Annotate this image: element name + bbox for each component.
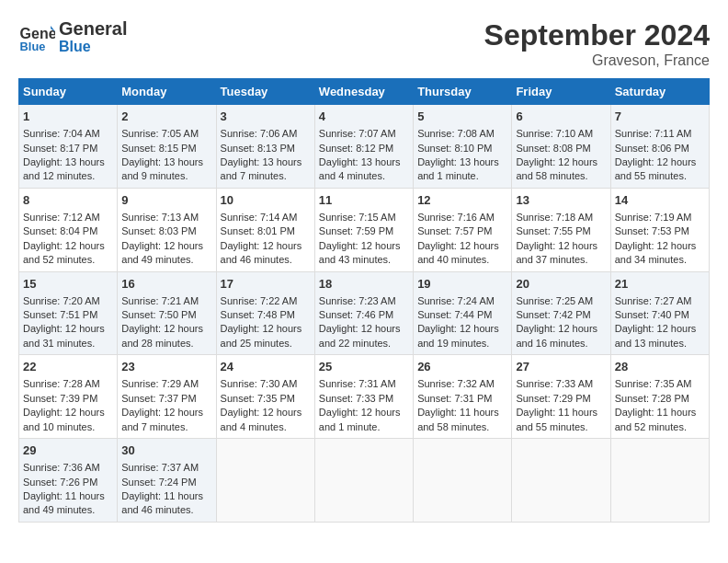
- sunset: Sunset: 8:03 PM: [121, 225, 196, 236]
- sunrise: Sunrise: 7:29 AM: [121, 378, 199, 389]
- day-number: 20: [516, 276, 606, 293]
- calendar-cell: 25Sunrise: 7:31 AMSunset: 7:33 PMDayligh…: [314, 355, 413, 439]
- day-number: 14: [615, 192, 705, 209]
- day-number: 12: [417, 192, 507, 209]
- sunset: Sunset: 8:06 PM: [615, 143, 689, 154]
- calendar-cell: 19Sunrise: 7:24 AMSunset: 7:44 PMDayligh…: [414, 271, 512, 355]
- sunset: Sunset: 7:51 PM: [23, 309, 97, 320]
- daylight: Daylight: 12 hours and 43 minutes.: [319, 240, 401, 265]
- sunrise: Sunrise: 7:10 AM: [516, 128, 593, 139]
- day-number: 19: [417, 276, 507, 293]
- day-number: 13: [516, 192, 606, 209]
- calendar-cell: 18Sunrise: 7:23 AMSunset: 7:46 PMDayligh…: [314, 271, 413, 355]
- day-number: 30: [121, 442, 211, 459]
- daylight: Daylight: 12 hours and 16 minutes.: [516, 323, 597, 348]
- calendar-cell: 24Sunrise: 7:30 AMSunset: 7:35 PMDayligh…: [216, 355, 314, 439]
- calendar-cell: 16Sunrise: 7:21 AMSunset: 7:50 PMDayligh…: [118, 271, 216, 355]
- sunrise: Sunrise: 7:19 AM: [615, 212, 692, 223]
- calendar-cell: 22Sunrise: 7:28 AMSunset: 7:39 PMDayligh…: [19, 355, 118, 439]
- daylight: Daylight: 12 hours and 34 minutes.: [615, 240, 697, 265]
- calendar-cell: 29Sunrise: 7:36 AMSunset: 7:26 PMDayligh…: [19, 439, 118, 523]
- daylight: Daylight: 13 hours and 7 minutes.: [221, 156, 302, 181]
- day-number: 2: [121, 109, 211, 125]
- sunrise: Sunrise: 7:30 AM: [221, 378, 298, 389]
- calendar-cell: 5Sunrise: 7:08 AMSunset: 8:10 PMDaylight…: [414, 105, 512, 189]
- sunrise: Sunrise: 7:11 AM: [615, 128, 692, 139]
- day-number: 23: [121, 359, 211, 375]
- sunset: Sunset: 8:17 PM: [23, 143, 97, 154]
- title-block: September 2024 Graveson, France: [484, 18, 710, 69]
- day-number: 29: [23, 442, 113, 459]
- daylight: Daylight: 12 hours and 7 minutes.: [121, 407, 203, 431]
- sunrise: Sunrise: 7:07 AM: [319, 128, 396, 139]
- header-wednesday: Wednesday: [314, 79, 413, 105]
- day-number: 28: [615, 359, 705, 375]
- calendar-cell: 3Sunrise: 7:06 AMSunset: 8:13 PMDaylight…: [216, 105, 314, 189]
- calendar-cell: 27Sunrise: 7:33 AMSunset: 7:29 PMDayligh…: [512, 355, 610, 439]
- sunset: Sunset: 7:46 PM: [319, 309, 393, 320]
- calendar-cell: [414, 439, 512, 523]
- calendar-cell: 23Sunrise: 7:29 AMSunset: 7:37 PMDayligh…: [118, 355, 216, 439]
- header-friday: Friday: [512, 79, 610, 105]
- sunrise: Sunrise: 7:25 AM: [516, 295, 593, 306]
- sunset: Sunset: 7:31 PM: [417, 393, 492, 404]
- day-number: 11: [319, 192, 409, 209]
- week-row-3: 22Sunrise: 7:28 AMSunset: 7:39 PMDayligh…: [19, 355, 710, 439]
- daylight: Daylight: 13 hours and 9 minutes.: [121, 156, 203, 181]
- sunrise: Sunrise: 7:36 AM: [23, 462, 100, 473]
- day-number: 24: [221, 359, 311, 375]
- sunrise: Sunrise: 7:20 AM: [23, 295, 100, 306]
- header-saturday: Saturday: [610, 79, 709, 105]
- daylight: Daylight: 11 hours and 52 minutes.: [615, 407, 697, 431]
- day-number: 18: [319, 276, 409, 293]
- sunset: Sunset: 7:57 PM: [417, 225, 492, 236]
- header-monday: Monday: [118, 79, 216, 105]
- daylight: Daylight: 12 hours and 25 minutes.: [221, 323, 302, 348]
- daylight: Daylight: 12 hours and 31 minutes.: [23, 323, 105, 348]
- day-number: 4: [319, 109, 409, 125]
- daylight: Daylight: 12 hours and 55 minutes.: [615, 156, 697, 181]
- sunrise: Sunrise: 7:37 AM: [121, 462, 199, 473]
- calendar-cell: 6Sunrise: 7:10 AMSunset: 8:08 PMDaylight…: [512, 105, 610, 189]
- week-row-2: 15Sunrise: 7:20 AMSunset: 7:51 PMDayligh…: [19, 271, 710, 355]
- sunrise: Sunrise: 7:31 AM: [319, 378, 396, 389]
- daylight: Daylight: 12 hours and 28 minutes.: [121, 323, 203, 348]
- header-tuesday: Tuesday: [216, 79, 314, 105]
- daylight: Daylight: 12 hours and 37 minutes.: [516, 240, 597, 265]
- calendar-table: SundayMondayTuesdayWednesdayThursdayFrid…: [18, 78, 710, 523]
- day-number: 10: [221, 192, 311, 209]
- page-header: General Blue General Blue September 2024…: [18, 18, 710, 69]
- calendar-cell: 26Sunrise: 7:32 AMSunset: 7:31 PMDayligh…: [414, 355, 512, 439]
- calendar-cell: 2Sunrise: 7:05 AMSunset: 8:15 PMDaylight…: [118, 105, 216, 189]
- sunrise: Sunrise: 7:32 AM: [417, 378, 495, 389]
- daylight: Daylight: 12 hours and 1 minute.: [319, 407, 401, 431]
- daylight: Daylight: 13 hours and 12 minutes.: [23, 156, 105, 181]
- logo: General Blue General Blue: [18, 18, 127, 55]
- week-row-4: 29Sunrise: 7:36 AMSunset: 7:26 PMDayligh…: [19, 439, 710, 523]
- month-title: September 2024: [484, 18, 710, 52]
- sunset: Sunset: 7:35 PM: [221, 393, 295, 404]
- sunset: Sunset: 8:08 PM: [516, 143, 590, 154]
- day-number: 3: [221, 109, 311, 125]
- daylight: Daylight: 12 hours and 46 minutes.: [221, 240, 302, 265]
- sunset: Sunset: 8:12 PM: [319, 143, 393, 154]
- daylight: Daylight: 13 hours and 1 minute.: [417, 156, 499, 181]
- sunset: Sunset: 7:50 PM: [121, 309, 196, 320]
- calendar-cell: 12Sunrise: 7:16 AMSunset: 7:57 PMDayligh…: [414, 188, 512, 271]
- daylight: Daylight: 12 hours and 10 minutes.: [23, 407, 105, 431]
- daylight: Daylight: 12 hours and 4 minutes.: [221, 407, 302, 431]
- daylight: Daylight: 11 hours and 58 minutes.: [417, 407, 499, 431]
- sunset: Sunset: 8:04 PM: [23, 225, 97, 236]
- calendar-cell: 8Sunrise: 7:12 AMSunset: 8:04 PMDaylight…: [19, 188, 118, 271]
- calendar-cell: 21Sunrise: 7:27 AMSunset: 7:40 PMDayligh…: [610, 271, 709, 355]
- week-row-1: 8Sunrise: 7:12 AMSunset: 8:04 PMDaylight…: [19, 188, 710, 271]
- sunrise: Sunrise: 7:18 AM: [516, 212, 593, 223]
- location: Graveson, France: [484, 52, 710, 69]
- sunset: Sunset: 8:13 PM: [221, 143, 295, 154]
- daylight: Daylight: 11 hours and 49 minutes.: [23, 490, 105, 515]
- calendar-cell: 20Sunrise: 7:25 AMSunset: 7:42 PMDayligh…: [512, 271, 610, 355]
- sunrise: Sunrise: 7:12 AM: [23, 212, 100, 223]
- sunrise: Sunrise: 7:33 AM: [516, 378, 593, 389]
- calendar-cell: 13Sunrise: 7:18 AMSunset: 7:55 PMDayligh…: [512, 188, 610, 271]
- sunrise: Sunrise: 7:21 AM: [121, 295, 199, 306]
